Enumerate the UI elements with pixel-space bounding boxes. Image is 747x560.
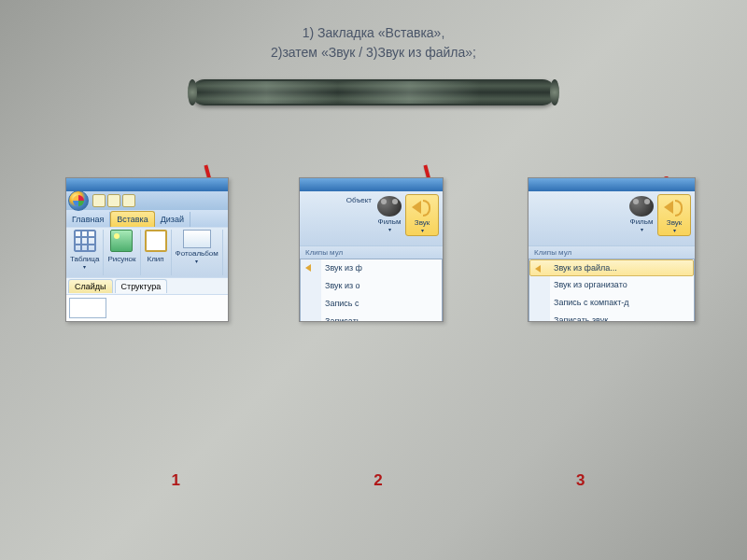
ribbon: Таблица ▾ Рисунок Клип Фотоальбом ▾ [66, 227, 228, 277]
menu-item-label: Звук из файла... [554, 263, 617, 273]
qat-save-icon[interactable] [92, 194, 106, 207]
slides-pane [66, 294, 228, 321]
slide-title: 1) Закладка «Вставка», 2)затем «Звук / 3… [0, 0, 747, 63]
window-titlebar [529, 178, 695, 191]
sound-label: Звук [667, 218, 682, 227]
decorative-divider [191, 79, 556, 105]
group-label-clips: Клипы мул [300, 245, 443, 259]
menu-item-record-from[interactable]: Запись с [301, 295, 442, 313]
tab-home[interactable]: Главная [66, 212, 110, 227]
movie-label: Фильм [378, 217, 402, 226]
clip-label: Клип [147, 255, 163, 263]
tab-insert[interactable]: Вставка [110, 211, 154, 227]
group-label-clips: Клипы мул [529, 245, 695, 259]
menu-item-sound-from-organizer[interactable]: Звук из организато [529, 276, 694, 294]
object-button[interactable]: Объект [345, 194, 374, 206]
step-number-3: 3 [576, 471, 585, 490]
clip-icon [145, 230, 167, 252]
sound-icon [534, 263, 545, 274]
sound-icon [410, 197, 434, 217]
photoalbum-label: Фотоальбом [176, 249, 218, 258]
picture-label: Рисунок [107, 255, 135, 263]
sound-menu: Звук из файла... Звук из организато Запи… [529, 259, 695, 322]
menu-item-label: Звук из ф [325, 263, 362, 273]
window-titlebar [66, 178, 228, 191]
sound-icon [662, 197, 686, 217]
screenshot-3: Фильм ▾ Звук ▾ Клипы мул Звук из файла..… [528, 177, 696, 322]
qat-redo-icon[interactable] [122, 194, 135, 207]
tab-design[interactable]: Дизай [155, 212, 190, 227]
group-picture[interactable]: Рисунок [104, 230, 140, 275]
menu-item-record-from-cd[interactable]: Запись с компакт-д [529, 294, 694, 312]
sound-icon [304, 262, 316, 273]
step-numbers: 1 2 3 [0, 471, 747, 490]
sound-menu: Звук из ф Звук из о Запись с Записать [300, 259, 443, 322]
movie-button[interactable]: Фильм ▾ [374, 194, 405, 234]
table-label: Таблица [70, 255, 99, 263]
menu-item-sound-from-organizer[interactable]: Звук из о [301, 277, 442, 295]
slide-thumbnail[interactable] [69, 298, 106, 318]
menu-item-record-sound[interactable]: Записать звук... [529, 312, 694, 322]
sound-button[interactable]: Звук ▾ [657, 194, 691, 236]
office-button-icon[interactable] [68, 190, 89, 211]
pane-tabs: Слайды Структура [66, 277, 228, 294]
chevron-down-icon: ▾ [673, 227, 676, 233]
chevron-down-icon: ▾ [421, 227, 424, 233]
group-table[interactable]: Таблица ▾ [66, 230, 104, 275]
screenshot-2: Объект Фильм ▾ Звук ▾ Клипы мул Звук из … [299, 177, 444, 322]
picture-icon [110, 230, 133, 252]
sound-button[interactable]: Звук ▾ [405, 194, 439, 236]
chevron-down-icon: ▾ [641, 226, 643, 232]
group-photoalbum[interactable]: Фотоальбом ▾ [172, 230, 223, 275]
table-icon [74, 230, 96, 252]
chevron-down-icon: ▾ [83, 263, 86, 270]
menu-item-sound-from-file[interactable]: Звук из файла... [529, 259, 694, 276]
step-number-2: 2 [374, 471, 382, 490]
ribbon: Фильм ▾ Звук ▾ [529, 191, 695, 245]
pane-tab-slides[interactable]: Слайды [68, 279, 113, 293]
movie-label: Фильм [630, 217, 654, 226]
chevron-down-icon: ▾ [195, 258, 198, 264]
menu-item-record-sound[interactable]: Записать [301, 313, 442, 322]
photoalbum-icon [183, 230, 211, 248]
title-line-2: 2)затем «Звук / 3)Звук из файла»; [0, 43, 747, 63]
movie-icon [629, 196, 654, 217]
window-titlebar [300, 178, 443, 191]
screenshot-1: Главная Вставка Дизай Таблица ▾ Рисунок … [65, 177, 229, 322]
chevron-down-icon: ▾ [388, 226, 391, 232]
ribbon-tabs: Главная Вставка Дизай [66, 210, 228, 227]
title-line-1: 1) Закладка «Вставка», [0, 23, 747, 43]
menu-item-sound-from-file[interactable]: Звук из ф [301, 259, 442, 277]
qat-undo-icon[interactable] [107, 194, 120, 207]
step-number-1: 1 [172, 471, 180, 490]
quick-access-toolbar [66, 191, 228, 210]
group-clip[interactable]: Клип [141, 230, 172, 275]
movie-button[interactable]: Фильм ▾ [626, 194, 657, 234]
pane-tab-outline[interactable]: Структура [115, 279, 168, 293]
sound-label: Звук [415, 218, 430, 227]
movie-icon [377, 196, 402, 217]
ribbon: Объект Фильм ▾ Звук ▾ [300, 191, 443, 245]
